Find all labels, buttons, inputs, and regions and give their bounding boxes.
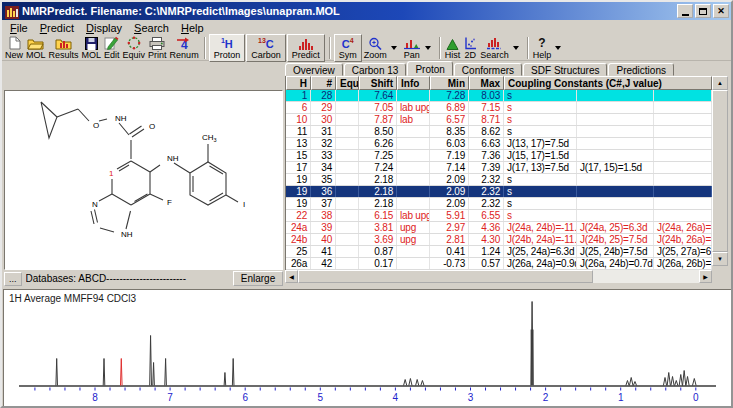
toolbar-button-print[interactable]: Print xyxy=(147,36,168,60)
dropdown-arrow-icon[interactable] xyxy=(555,46,561,50)
table-row[interactable]: 19352.182.092.32s xyxy=(286,174,712,186)
spectrum-peak xyxy=(679,375,682,386)
menu-help[interactable]: Help xyxy=(175,22,210,34)
more-button[interactable]: ... xyxy=(4,272,22,286)
table-row[interactable]: 15337.257.197.36J(15, 17)=1.5d xyxy=(286,150,712,162)
menu-file[interactable]: File xyxy=(4,22,34,34)
table-row[interactable]: 19362.182.092.32s xyxy=(286,186,712,198)
menu-search[interactable]: Search xyxy=(128,22,175,34)
maximize-icon xyxy=(699,8,707,15)
table-cell: s xyxy=(504,114,577,125)
atom-label-nh: NH xyxy=(167,154,179,163)
table-cell: J(24b, 26a)=0.7d xyxy=(654,234,712,245)
enlarge-button[interactable]: Enlarge xyxy=(233,271,283,286)
menu-display[interactable]: Display xyxy=(80,22,128,34)
toolbar-button-2d[interactable]: 2D xyxy=(462,36,478,60)
table-row[interactable]: 26a420.17-0.730.57J(26a, 24a)=0.9dJ(26a,… xyxy=(286,258,712,270)
table-row[interactable]: 6297.05lab upg6.897.15s xyxy=(286,102,712,114)
table-row[interactable]: 10307.87lab6.578.71s xyxy=(286,114,712,126)
scroll-up-button[interactable]: ▲ xyxy=(712,76,728,90)
title-bar[interactable]: NMRPredict. Filename: C:\NMRPredict\Imag… xyxy=(2,2,731,20)
table-cell xyxy=(397,126,430,137)
toolbar-button-mol[interactable]: MOL xyxy=(25,36,47,60)
vertical-scroll-thumb[interactable] xyxy=(712,90,728,252)
tab-conformers[interactable]: Conformers xyxy=(454,63,522,76)
table-cell: 36 xyxy=(311,186,336,197)
table-cell xyxy=(397,198,430,209)
tab-predictions[interactable]: Predictions xyxy=(608,63,673,76)
atom-label-ch3: CH3 xyxy=(202,133,217,143)
dropdown-arrow-icon[interactable] xyxy=(425,46,431,50)
molecule-viewer[interactable]: NHOOCH3NH1NNHFI xyxy=(4,90,283,270)
toolbar-button-hist[interactable]: Hist xyxy=(444,36,462,60)
table-row[interactable]: 19372.182.092.32s xyxy=(286,198,712,210)
scrollbar-corner xyxy=(712,266,728,283)
table-cell: lab upg xyxy=(397,210,430,221)
table-row[interactable]: 24b403.69upg2.814.30J(24b, 24a)=-11.5dJ(… xyxy=(286,234,712,246)
scroll-right-button[interactable]: ▶ xyxy=(699,270,712,283)
spectrum-panel[interactable]: 1H Average MMFF94 CDCl3 876543210 xyxy=(3,289,733,408)
toolbar-button-search[interactable]: Search xyxy=(479,36,523,60)
axis-number: 5 xyxy=(318,392,324,403)
column-header-h[interactable]: H xyxy=(286,76,311,90)
table-cell xyxy=(577,150,654,161)
table-cell: s xyxy=(504,210,577,221)
table-cell xyxy=(336,198,359,209)
toolbar-button-carbon[interactable]: 13CCarbon xyxy=(246,34,286,62)
toolbar-button-new[interactable]: New xyxy=(4,36,24,60)
column-header-max[interactable]: Max xyxy=(469,76,504,90)
column-header-equ[interactable]: Equ xyxy=(336,76,359,90)
table-cell: s xyxy=(504,174,577,185)
dropdown-arrow-icon[interactable] xyxy=(513,46,519,50)
minimize-button[interactable] xyxy=(677,4,693,18)
scroll-right-icon: ▶ xyxy=(703,274,708,280)
toolbar-button-help[interactable]: ?Help xyxy=(532,36,566,60)
column-header--[interactable]: # xyxy=(311,76,336,90)
column-header-min[interactable]: Min xyxy=(430,76,469,90)
tab-carbon-13[interactable]: Carbon 13 xyxy=(344,63,407,76)
tab-proton[interactable]: Proton xyxy=(407,61,452,76)
table-cell: 6.57 xyxy=(430,114,469,125)
toolbar-button-results[interactable]: Results xyxy=(48,36,80,60)
toolbar-button-zoom[interactable]: Zoom xyxy=(363,36,401,60)
toolbar: NewMOLResultsMOLEditEquivPrint4Renum1HPr… xyxy=(2,35,731,61)
table-row[interactable]: 1287.647.288.03s xyxy=(286,90,712,102)
toolbar-button-edit[interactable]: Edit xyxy=(103,36,121,60)
toolbar-button-equiv[interactable]: Equiv xyxy=(122,36,147,60)
table-row[interactable]: 24a393.81upg2.974.36J(24a, 24b)=-11.5dJ(… xyxy=(286,222,712,234)
table-cell xyxy=(577,102,654,113)
column-header-coupling-constants-c-j-value-[interactable]: Coupling Constants (C#,J value) xyxy=(504,76,712,90)
toolbar-button-proton[interactable]: 1HProton xyxy=(209,34,246,62)
maximize-button[interactable] xyxy=(695,4,711,18)
column-header-shift[interactable]: Shift xyxy=(359,76,397,90)
minimize-icon xyxy=(682,14,689,16)
toolbar-button-predict[interactable]: Predict xyxy=(287,34,325,62)
tab-sdf-structures[interactable]: SDF Structures xyxy=(523,63,607,76)
horizontal-scroll-thumb[interactable] xyxy=(298,270,593,283)
scroll-left-button[interactable]: ◀ xyxy=(285,270,298,283)
table-row[interactable]: 25410.870.411.24J(25, 24a)=6.3dJ(25, 24b… xyxy=(286,246,712,258)
toolbar-button-renum[interactable]: 4Renum xyxy=(169,36,200,60)
tab-overview[interactable]: Overview xyxy=(285,63,343,76)
table-cell xyxy=(654,174,712,185)
table-cell: J(17, 15)=1.5d xyxy=(577,162,654,173)
scroll-down-button[interactable]: ▼ xyxy=(712,252,728,266)
table-row[interactable]: 11318.508.358.62s xyxy=(286,126,712,138)
table-cell: 1 xyxy=(286,90,311,101)
table-cell xyxy=(654,210,712,221)
toolbar-button-sym[interactable]: C4Sym xyxy=(334,34,362,62)
table-row[interactable]: 13326.266.036.63J(13, 17)=7.5d xyxy=(286,138,712,150)
table-cell xyxy=(397,186,430,197)
close-button[interactable]: ✕ xyxy=(713,4,729,18)
toolbar-button-mol[interactable]: MOL xyxy=(81,36,103,60)
table-cell: 41 xyxy=(311,246,336,257)
menu-predict[interactable]: Predict xyxy=(34,22,80,34)
column-header-info[interactable]: Info xyxy=(397,76,430,90)
table-row[interactable]: 22386.15lab upg5.916.55s xyxy=(286,210,712,222)
table-row[interactable]: 17347.247.147.39J(17, 13)=7.5dJ(17, 15)=… xyxy=(286,162,712,174)
table-cell: J(25, 24b)=7.5d xyxy=(577,246,654,257)
tab-strip: OverviewCarbon 13ProtonConformersSDF Str… xyxy=(285,61,675,76)
dropdown-arrow-icon[interactable] xyxy=(391,46,397,50)
toolbar-separator xyxy=(439,37,441,59)
toolbar-button-pan[interactable]: Pan xyxy=(402,36,435,60)
